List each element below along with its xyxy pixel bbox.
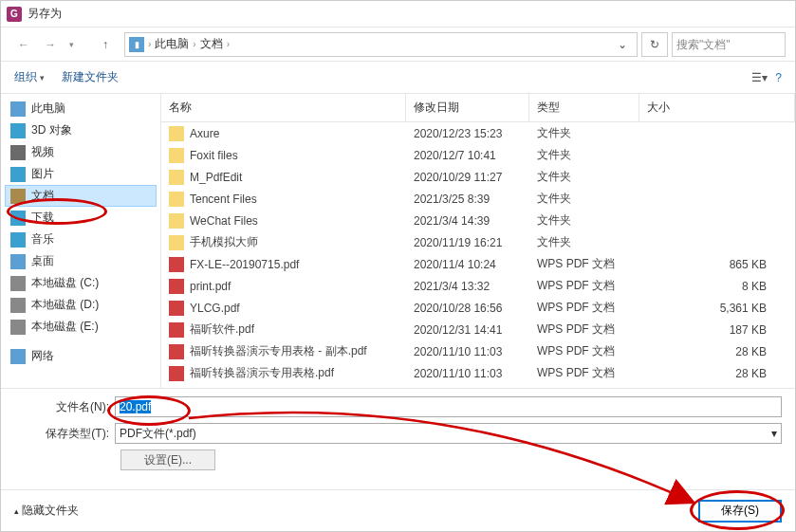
help-icon[interactable]: ? bbox=[775, 71, 782, 84]
search-box[interactable] bbox=[672, 32, 786, 57]
file-size: 5,361 KB bbox=[639, 301, 795, 316]
file-date: 2020/11/4 10:24 bbox=[406, 257, 529, 272]
file-name: FX-LE--20190715.pdf bbox=[190, 258, 299, 271]
view-options-icon[interactable]: ☰▾ bbox=[751, 71, 768, 84]
file-type: WPS PDF 文档 bbox=[529, 299, 639, 317]
save-button[interactable]: 保存(S) bbox=[698, 500, 782, 523]
breadcrumb-segment[interactable]: 此电脑 bbox=[155, 36, 189, 52]
folder-icon bbox=[169, 126, 184, 141]
search-input[interactable] bbox=[676, 38, 781, 51]
file-size: 187 KB bbox=[639, 322, 795, 338]
column-type[interactable]: 类型 bbox=[529, 94, 639, 121]
chevron-right-icon: › bbox=[148, 39, 151, 49]
file-date: 2020/10/28 16:56 bbox=[406, 301, 529, 316]
tree-item-desk[interactable]: 桌面 bbox=[5, 250, 157, 272]
music-icon bbox=[10, 232, 26, 248]
filetype-select[interactable]: PDF文件(*.pdf)▾ bbox=[115, 423, 782, 444]
title-bar: G 另存为 bbox=[1, 1, 795, 28]
tree-item-label: 视频 bbox=[31, 144, 54, 160]
folder-row[interactable]: M_PdfEdit2020/10/29 11:27文件夹 bbox=[161, 166, 795, 188]
tree-item-label: 3D 对象 bbox=[31, 122, 72, 138]
file-size: 8 KB bbox=[639, 279, 795, 294]
file-date: 2020/11/10 11:03 bbox=[406, 344, 529, 359]
breadcrumb-dropdown[interactable]: ⌄ bbox=[612, 38, 633, 51]
folder-icon bbox=[169, 235, 184, 250]
file-date: 2020/12/23 15:23 bbox=[406, 126, 529, 141]
settings-button[interactable]: 设置(E)... bbox=[120, 449, 215, 470]
file-size: 28 KB bbox=[639, 366, 795, 381]
tree-item-3d[interactable]: 3D 对象 bbox=[5, 119, 157, 141]
tree-item-music[interactable]: 音乐 bbox=[5, 229, 157, 250]
folder-icon bbox=[169, 148, 184, 163]
folder-tree[interactable]: 此电脑3D 对象视频图片文档下载音乐桌面本地磁盘 (C:)本地磁盘 (D:)本地… bbox=[1, 94, 160, 388]
file-name: M_PdfEdit bbox=[190, 171, 242, 184]
toolbar: 组织 新建文件夹 ☰▾ ? bbox=[1, 62, 795, 94]
back-button[interactable]: ← bbox=[10, 33, 37, 56]
refresh-button[interactable]: ↻ bbox=[641, 32, 668, 57]
desk-icon bbox=[10, 254, 26, 269]
file-row[interactable]: print.pdf2021/3/4 13:32WPS PDF 文档8 KB bbox=[161, 275, 795, 297]
chevron-right-icon: › bbox=[227, 39, 230, 49]
column-size[interactable]: 大小 bbox=[639, 94, 795, 121]
file-row[interactable]: 福昕软件.pdf2020/12/31 14:41WPS PDF 文档187 KB bbox=[161, 319, 795, 340]
tree-item-drive[interactable]: 本地磁盘 (D:) bbox=[5, 294, 157, 316]
tree-item-label: 此电脑 bbox=[31, 101, 65, 117]
file-row[interactable]: 福昕转换器演示专用表格.pdf2020/11/10 11:03WPS PDF 文… bbox=[161, 362, 795, 384]
folder-icon bbox=[169, 170, 184, 185]
file-name: Axure bbox=[190, 127, 219, 140]
file-size bbox=[639, 176, 795, 178]
file-date: 2020/12/7 10:41 bbox=[406, 148, 529, 163]
file-type: WPS PDF 文档 bbox=[529, 255, 639, 273]
tree-item-net[interactable]: 网络 bbox=[5, 345, 157, 367]
pic-icon bbox=[10, 167, 26, 182]
breadcrumb-segment[interactable]: 文档 bbox=[200, 36, 223, 52]
file-size bbox=[639, 133, 795, 135]
breadcrumb[interactable]: ▮ › 此电脑 › 文档 › ⌄ bbox=[124, 32, 638, 57]
tree-item-doc[interactable]: 文档 bbox=[5, 185, 157, 207]
organize-menu[interactable]: 组织 bbox=[14, 69, 45, 85]
folder-row[interactable]: WeChat Files2021/3/4 14:39文件夹 bbox=[161, 210, 795, 231]
folder-row[interactable]: Foxit files2020/12/7 10:41文件夹 bbox=[161, 144, 795, 166]
nav-bar: ← → ▾ ↑ ▮ › 此电脑 › 文档 › ⌄ ↻ bbox=[1, 28, 795, 62]
file-row[interactable]: 新建 DOCX 文档.pdf2020/12/7 16:18WPS PDF 文档6… bbox=[161, 384, 795, 386]
main-area: 此电脑3D 对象视频图片文档下载音乐桌面本地磁盘 (C:)本地磁盘 (D:)本地… bbox=[1, 94, 795, 388]
file-type: WPS PDF 文档 bbox=[529, 277, 639, 295]
new-folder-button[interactable]: 新建文件夹 bbox=[62, 69, 119, 85]
folder-row[interactable]: Tencent Files2021/3/25 8:39文件夹 bbox=[161, 188, 795, 210]
file-row[interactable]: FX-LE--20190715.pdf2020/11/4 10:24WPS PD… bbox=[161, 253, 795, 275]
tree-item-drive[interactable]: 本地磁盘 (E:) bbox=[5, 316, 157, 338]
tree-item-pic[interactable]: 图片 bbox=[5, 163, 157, 185]
file-size bbox=[639, 242, 795, 244]
tree-item-drive[interactable]: 本地磁盘 (C:) bbox=[5, 272, 157, 294]
pdf-icon bbox=[169, 366, 184, 381]
file-type: 文件夹 bbox=[529, 124, 639, 142]
folder-icon bbox=[169, 213, 184, 229]
folder-row[interactable]: Axure2020/12/23 15:23文件夹 bbox=[161, 122, 795, 144]
filename-input[interactable] bbox=[115, 396, 782, 417]
up-button[interactable]: ↑ bbox=[94, 33, 117, 56]
tree-item-pc[interactable]: 此电脑 bbox=[5, 98, 157, 119]
drive-icon bbox=[10, 298, 26, 313]
tree-item-dl[interactable]: 下载 bbox=[5, 207, 157, 229]
video-icon bbox=[10, 145, 26, 160]
drive-icon bbox=[10, 320, 26, 335]
file-name: print.pdf bbox=[190, 280, 231, 293]
file-row[interactable]: 福昕转换器演示专用表格 - 副本.pdf2020/11/10 11:03WPS … bbox=[161, 340, 795, 362]
hide-folders-link[interactable]: 隐藏文件夹 bbox=[14, 503, 79, 519]
file-row[interactable]: YLCG.pdf2020/10/28 16:56WPS PDF 文档5,361 … bbox=[161, 297, 795, 319]
folder-row[interactable]: 手机模拟大师2020/11/19 16:21文件夹 bbox=[161, 231, 795, 253]
list-body[interactable]: Axure2020/12/23 15:23文件夹Foxit files2020/… bbox=[161, 122, 795, 386]
window-title: 另存为 bbox=[28, 6, 62, 22]
tree-item-video[interactable]: 视频 bbox=[5, 141, 157, 163]
file-name: WeChat Files bbox=[190, 214, 258, 228]
tree-item-label: 本地磁盘 (D:) bbox=[31, 297, 99, 313]
tree-item-label: 图片 bbox=[31, 166, 54, 182]
column-date[interactable]: 修改日期 bbox=[406, 94, 529, 121]
file-date: 2020/11/10 11:03 bbox=[406, 366, 529, 381]
file-size bbox=[639, 220, 795, 222]
column-name[interactable]: 名称 bbox=[161, 94, 406, 121]
file-list: 名称 修改日期 类型 大小 Axure2020/12/23 15:23文件夹Fo… bbox=[160, 94, 795, 388]
forward-button[interactable]: → bbox=[37, 33, 64, 56]
recent-dropdown[interactable]: ▾ bbox=[64, 33, 79, 56]
file-name: YLCG.pdf bbox=[190, 302, 240, 315]
